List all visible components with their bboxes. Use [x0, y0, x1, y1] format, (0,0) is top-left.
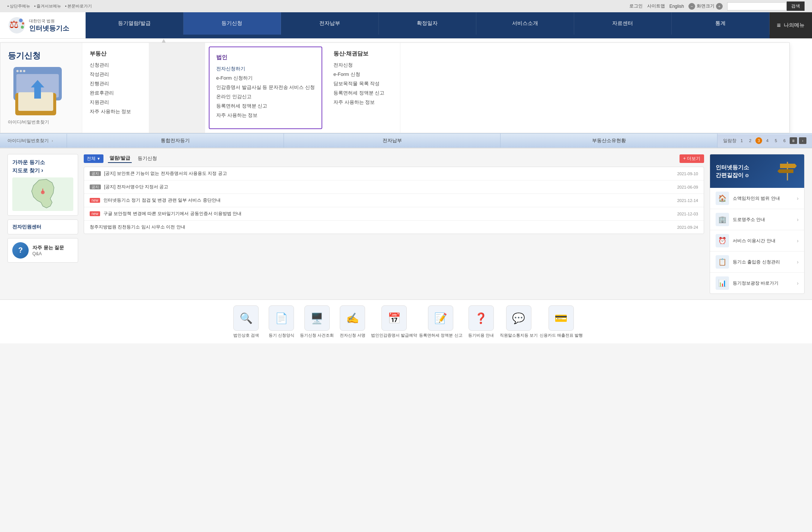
skip-link-top[interactable]: 상단주메뉴 [7, 4, 30, 8]
english-link[interactable]: English [669, 4, 684, 9]
menu-link[interactable]: e-Form 신청 [333, 71, 360, 77]
faq-widget: ? 자주 묻는 질문 Q&A [7, 238, 78, 263]
tab-열람발급[interactable]: 열람/발급 [108, 154, 132, 163]
tab-통합전자등기[interactable]: 통합전자등기 [67, 134, 284, 148]
quick-item-서비스이용시간[interactable]: ⏰ 서비스 이용시간 안내 › [710, 230, 804, 251]
menu-link-인감[interactable]: 인감증명서 발급사실 등 문자전송 서비스 신청 [216, 84, 315, 90]
nav-item-납부[interactable]: 전자납부 [281, 12, 379, 35]
skip-link-main[interactable]: 본문바로가기 [65, 4, 92, 8]
nav-item-자료센터[interactable]: 자료센터 [574, 12, 672, 35]
nav-item-서비스소개[interactable]: 서비스소개 [476, 12, 574, 35]
menu-link[interactable]: 등록면허세 정액분 신고 [333, 90, 384, 96]
bottom-icon-등록면허세[interactable]: 📝 등록면허세 정액분 신고 [419, 305, 462, 338]
menu-link[interactable]: 신청관리 [90, 62, 109, 68]
logo-icon: ⚖ [7, 16, 26, 35]
section-title-부동산: 부동산 [90, 50, 141, 57]
bottom-icon-법인상호[interactable]: 🔍 법인상호 검색 [229, 305, 263, 338]
skip-link-sub[interactable]: 즐겨서브메뉴 [34, 4, 61, 8]
menu-link-자주사용[interactable]: 자주 사용하는 정보 [216, 112, 258, 118]
note-icon: 📝 [428, 305, 453, 331]
page-1[interactable]: 1 [738, 137, 745, 144]
list-item: 온라인 인감신고 [216, 93, 315, 100]
news-title-1: 공지 [공지] 보안토큰 기능이 없는 전자증명서의 사용용도 지정 공고 [90, 170, 227, 177]
quick-item-도로명주소[interactable]: 🏢 도로명주소 안내 › [710, 209, 804, 230]
page-2[interactable]: 2 [747, 137, 754, 144]
svg-point-2 [19, 19, 23, 22]
logo-small-text: 대한민국 법원 [29, 18, 69, 24]
quick-item-출입증[interactable]: 📋 등기소 출입증 신청관리 › [710, 251, 804, 273]
pause-button[interactable]: ⏸ [790, 137, 797, 144]
menu-link-등록면허세[interactable]: 등록면허세 정액분 신고 [216, 103, 267, 109]
quick-item-소액임차인[interactable]: 🏠 소액임차인의 범위 안내 › [710, 188, 804, 209]
menu-link[interactable]: 완료후관리 [90, 90, 114, 96]
menu-link[interactable]: 지원관리 [90, 99, 109, 105]
bottom-icon-label-1: 법인상호 검색 [233, 333, 259, 338]
news-title-3: new 인터넷등기소 정기 점검 및 변경 관련 일부 서비스 중단안내 [90, 197, 221, 203]
page-6[interactable]: 6 [781, 137, 788, 144]
category-all-button[interactable]: 전체 ▼ [84, 154, 103, 163]
next-button[interactable]: › [799, 137, 806, 144]
menu-link[interactable]: 자주 사용하는 정보 [333, 99, 375, 105]
news-title-5: 청주지방법원 진천등기소 임시 사무소 이전 안내 [90, 224, 185, 230]
bottom-icon-사건조회[interactable]: 🖥️ 등기신청 사건조회 [300, 305, 334, 338]
menu-link[interactable]: 진행관리 [90, 81, 109, 86]
nav-item-확정일자[interactable]: 확정일자 [379, 12, 477, 35]
news-text-5: 청주지방법원 진천등기소 임시 사무소 이전 안내 [90, 224, 185, 230]
tab-등기신청[interactable]: 등기신청 [136, 154, 159, 163]
main-body: 가까운 등기소지도로 찾기 › 전자민원센터 ? 자주 묻는 질문 Q&A [0, 148, 812, 299]
list-item: 완료후관리 [90, 90, 141, 96]
login-link[interactable]: 로그인 [629, 3, 643, 9]
bottom-icon-직원말소통지[interactable]: 💬 직원말소통지등 보기 [500, 305, 538, 338]
bottom-icon-법인인감증명서[interactable]: 📅 법인인감증명서 발급예약 [371, 305, 417, 338]
menu-link-온라인인감[interactable]: 온라인 인감신고 [216, 94, 252, 99]
section-title-법인: 법인 [216, 54, 315, 61]
nav-item-신청[interactable]: 등기신청 [183, 12, 281, 35]
menu-link-eform[interactable]: e-Form 신청하기 [216, 75, 253, 81]
bottom-icon-label-7: 등기비용 안내 [468, 333, 494, 338]
dot1 [16, 70, 19, 72]
page-5[interactable]: 5 [773, 137, 779, 144]
shortcut-tabs-group: 통합전자등기 전자납부 부동산소유현황 [67, 134, 717, 148]
id-password-link[interactable]: 아이디/비밀번호찾기 [8, 119, 49, 125]
menu-link[interactable]: 전자신청 [333, 62, 353, 68]
page-4[interactable]: 4 [764, 137, 771, 144]
logo-area: ⚖ 대한민국 법원 인터넷등기소 [0, 12, 86, 38]
mega-menu-section-부동산: 부동산 신청관리 작성관리 진행관리 완료후관리 지원관리 자주 사용하는 정보 [82, 43, 149, 133]
bottom-icon-등기비용[interactable]: ❓ 등기비용 안내 [464, 305, 498, 338]
search-input[interactable] [727, 2, 787, 10]
menu-link-전자신청[interactable]: 전자신청하기 [216, 66, 245, 71]
menu-link[interactable]: 작성관리 [90, 71, 109, 77]
screen-increase-button[interactable]: + [716, 3, 723, 10]
list-item: 전자신청 [333, 62, 393, 68]
near-registry-link[interactable]: 가까운 등기소지도로 찾기 › [12, 159, 73, 174]
nav-item-통계[interactable]: 통계 [672, 12, 770, 35]
tab-부동산소유현황[interactable]: 부동산소유현황 [501, 134, 717, 148]
quick-item-label-2: 도로명주소 안내 [733, 217, 793, 223]
list-item: 등록면허세 정액분 신고 [333, 90, 393, 96]
ecivil-link[interactable]: 전자민원센터 [7, 219, 78, 234]
nav-mymenu[interactable]: ≡ 나의메뉴 [770, 12, 812, 38]
bottom-icon-등기신청양식[interactable]: 📄 등기 신청양식 [265, 305, 298, 338]
hamburger-icon: ≡ [777, 22, 781, 29]
news-text-2: [공지] 전자서명수단 지정서 공고 [104, 184, 169, 189]
tab-전자납부[interactable]: 전자납부 [284, 134, 501, 148]
quick-item-등기정보광장[interactable]: 📊 등기정보광장 바로가기 › [710, 273, 804, 294]
quick-access-header: 인터넷등기소간편길잡이 ⊙ [710, 154, 804, 188]
id-password-find-link[interactable]: 아이디/비밀번호찾기 [7, 138, 49, 143]
page-3-active[interactable]: 3 [755, 137, 762, 144]
bottom-icon-전자신청서명[interactable]: ✍️ 전자신청 서명 [336, 305, 369, 338]
login-find-area: 아이디/비밀번호찾기 [8, 119, 49, 125]
skip-links: 상단주메뉴 즐겨서브메뉴 본문바로가기 [7, 3, 95, 9]
bottom-icon-신용카드[interactable]: 💳 신용카드 매출전표 발행 [540, 305, 583, 338]
screen-decrease-button[interactable]: − [688, 3, 695, 10]
menu-link[interactable]: 자주 사용하는 정보 [90, 109, 131, 114]
menu-link[interactable]: 담보목적물 목록 작성 [333, 81, 380, 86]
section-title-동산채권: 동산·채권담보 [333, 50, 393, 57]
credit-card-icon: 💳 [549, 305, 574, 331]
news-more-button[interactable]: + 더보기 [680, 154, 704, 163]
sitemap-link[interactable]: 사이트맵 [647, 3, 665, 9]
clock-icon: ⏰ [716, 234, 729, 247]
badge-new: new [90, 198, 100, 203]
search-button[interactable]: 검색 [787, 1, 805, 11]
nav-item-열람발급[interactable]: 등기열람/발급 [86, 12, 183, 35]
